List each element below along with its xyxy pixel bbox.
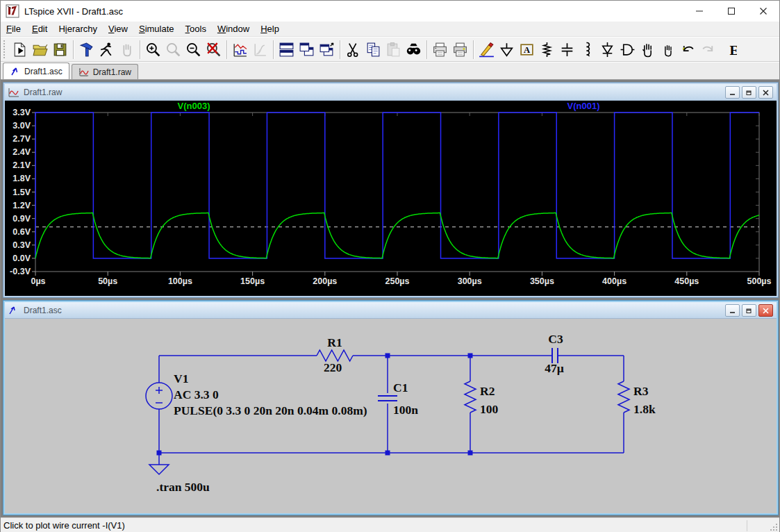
- schematic-window-title: Draft1.asc: [24, 306, 62, 315]
- legend-vn003[interactable]: V(n003): [178, 101, 210, 111]
- resistor-icon: [538, 41, 556, 58]
- label-R2-ref[interactable]: R2: [480, 384, 495, 398]
- wire-junction: [468, 354, 473, 358]
- label-R1-value[interactable]: 220: [324, 360, 342, 374]
- label-R1-ref[interactable]: R1: [327, 335, 342, 349]
- label-V1-line2[interactable]: AC 3.3 0: [174, 388, 219, 401]
- label-R3-ref[interactable]: R3: [633, 384, 649, 398]
- waveform-window-titlebar[interactable]: Draft1.raw: [5, 84, 777, 101]
- menu-window[interactable]: Window: [212, 22, 255, 35]
- label-C1-ref[interactable]: C1: [393, 381, 408, 394]
- schematic-window-close-button[interactable]: [758, 304, 773, 317]
- schematic-window-titlebar[interactable]: Draft1.asc: [5, 302, 777, 319]
- diode-button[interactable]: [597, 39, 617, 60]
- label-C1-value[interactable]: 100n: [393, 403, 418, 417]
- cascade-button[interactable]: [317, 39, 337, 60]
- undo-button[interactable]: [678, 39, 698, 60]
- fft-button[interactable]: [250, 39, 270, 60]
- inductor-button[interactable]: [577, 39, 597, 60]
- paste-button[interactable]: [383, 39, 404, 60]
- schematic-window-icon: [8, 306, 19, 315]
- label-V1-line3[interactable]: PULSE(0 3.3 0 20n 20n 0.04m 0.08m): [174, 404, 367, 417]
- resistor-R1[interactable]: [317, 350, 353, 361]
- mdi-workspace: Draft1.raw 0µs50µs100µs150µs200µs250µs30…: [1, 80, 779, 517]
- ground-button[interactable]: [497, 39, 517, 60]
- status-message: Click to plot wire current -I(V1): [3, 520, 125, 531]
- open-button[interactable]: [30, 39, 50, 60]
- tab-draft1-raw[interactable]: Draft1.raw: [72, 64, 138, 79]
- find-button[interactable]: [404, 39, 424, 60]
- move-icon: [639, 41, 656, 58]
- legend-vn001[interactable]: V(n001): [567, 101, 600, 111]
- x-axis-label: 100µs: [168, 276, 192, 286]
- menu-hierarchy[interactable]: Hierarchy: [53, 22, 103, 35]
- zoom-back-button[interactable]: [163, 39, 183, 60]
- spice-directive[interactable]: .tran 500u: [156, 480, 210, 494]
- control-panel-button[interactable]: [76, 39, 97, 60]
- close-button[interactable]: [747, 1, 779, 22]
- label-C3-ref[interactable]: C3: [548, 332, 563, 346]
- resistor-R3[interactable]: [618, 381, 629, 413]
- waveform-window-minimize-button[interactable]: [725, 86, 740, 99]
- menu-simulate[interactable]: Simulate: [133, 22, 180, 35]
- menu-help[interactable]: Help: [255, 22, 285, 35]
- resistor-R2[interactable]: [465, 381, 476, 413]
- redo-button[interactable]: [698, 39, 718, 60]
- drag-button[interactable]: [658, 39, 678, 60]
- wire-junction: [468, 451, 473, 456]
- main-titlebar[interactable]: LTspice XVII - Draft1.asc: [1, 1, 779, 22]
- ground-symbol[interactable]: [149, 465, 169, 474]
- label-icon: A: [518, 41, 536, 58]
- menu-tools[interactable]: Tools: [180, 22, 212, 35]
- run-file-button[interactable]: [10, 39, 30, 60]
- waveform-window-restore-button[interactable]: [742, 86, 756, 99]
- waveform-window: Draft1.raw 0µs50µs100µs150µs200µs250µs30…: [3, 82, 779, 298]
- wire-icon: [478, 41, 495, 58]
- zoom-out-button[interactable]: [183, 39, 204, 60]
- resize-grip[interactable]: [770, 523, 778, 531]
- maximize-button[interactable]: [715, 1, 747, 22]
- waveform-plot-area[interactable]: 0µs50µs100µs150µs200µs250µs300µs350µs400…: [5, 101, 777, 296]
- zoom-in-button[interactable]: [143, 39, 163, 60]
- label-C3-value[interactable]: 47µ: [545, 361, 564, 375]
- tile-horizontal-icon: [278, 41, 295, 58]
- run-button[interactable]: [97, 39, 117, 60]
- component-button[interactable]: [617, 39, 638, 60]
- schematic-canvas[interactable]: R1220C1100nR2100C347µR31.8kV1AC 3.3 0PUL…: [5, 319, 777, 513]
- wire-button[interactable]: [476, 39, 497, 60]
- label-R3-value[interactable]: 1.8k: [633, 402, 656, 416]
- copy-icon: [365, 41, 382, 58]
- move-button[interactable]: [638, 39, 658, 60]
- menu-view[interactable]: View: [103, 22, 133, 35]
- undo-icon: [679, 41, 697, 58]
- tab-draft1-asc[interactable]: Draft1.asc: [3, 63, 69, 79]
- print-button[interactable]: [450, 39, 470, 60]
- minimize-button[interactable]: [683, 1, 715, 22]
- tile-vertical-button[interactable]: [297, 39, 317, 60]
- schematic-window-restore-button[interactable]: [742, 304, 756, 317]
- tile-horizontal-button[interactable]: [276, 39, 297, 60]
- y-axis-label: 3.3V: [13, 108, 31, 117]
- label-R2-value[interactable]: 100: [480, 402, 499, 416]
- autorange-button[interactable]: [230, 39, 250, 60]
- copy-button[interactable]: [363, 39, 383, 60]
- zoom-extents-button[interactable]: [204, 39, 224, 60]
- save-button[interactable]: [50, 39, 70, 60]
- label-V1-line1[interactable]: V1: [174, 372, 188, 385]
- menu-edit[interactable]: Edit: [26, 22, 53, 35]
- voltage-source-V1[interactable]: [146, 383, 172, 409]
- text-button[interactable]: E: [718, 39, 738, 60]
- waveform-plot[interactable]: 0µs50µs100µs150µs200µs250µs300µs350µs400…: [5, 101, 778, 296]
- trace-vn003: [35, 213, 759, 258]
- resistor-button[interactable]: [537, 39, 557, 60]
- cut-button[interactable]: [343, 39, 363, 60]
- capacitor-button[interactable]: [557, 39, 577, 60]
- schematic-window-minimize-button[interactable]: [725, 304, 740, 317]
- menu-file[interactable]: File: [1, 22, 26, 35]
- print-preview-button[interactable]: [430, 39, 450, 60]
- waveform-window-close-button[interactable]: [758, 86, 773, 99]
- halt-button[interactable]: [117, 39, 137, 60]
- cut-icon: [345, 41, 362, 58]
- toolbar-grip[interactable]: [3, 40, 6, 58]
- label-button[interactable]: A: [517, 39, 537, 60]
